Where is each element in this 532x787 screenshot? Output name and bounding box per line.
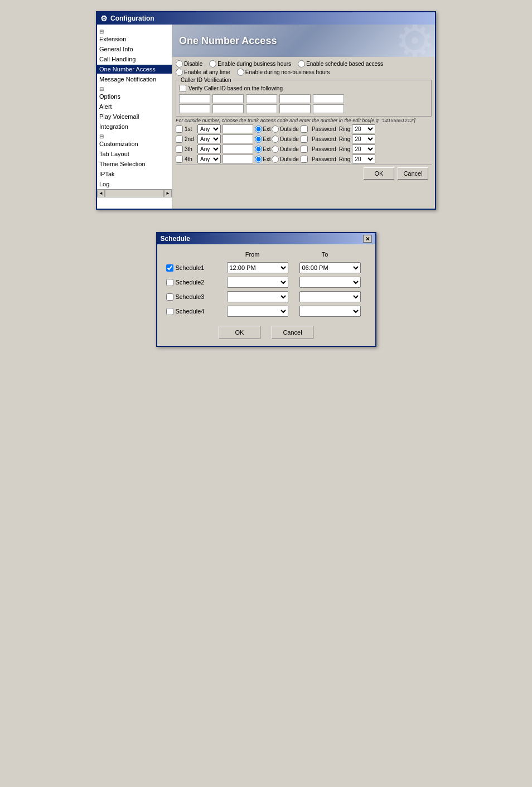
caller-id-field-2[interactable]	[212, 94, 244, 103]
row-1st-password-checkbox[interactable]	[301, 125, 308, 133]
schedule2-to-select[interactable]	[299, 277, 361, 288]
row-1st-select[interactable]: Any	[197, 124, 221, 133]
tree-item-log[interactable]: Log	[97, 179, 172, 189]
tree-item-alert[interactable]: Alert	[97, 102, 172, 112]
row-2nd-number[interactable]	[223, 134, 253, 143]
row-3rd-ring-label: Ring	[339, 146, 351, 152]
row-1st-ring-select[interactable]: 20	[352, 124, 375, 133]
row-4th-ring-select[interactable]: 20	[352, 154, 375, 163]
tree-item-general-info[interactable]: General Info	[97, 44, 172, 54]
row-2nd-label: 2nd	[185, 136, 196, 142]
config-ok-button[interactable]: OK	[364, 167, 394, 180]
caller-id-field-4[interactable]	[279, 94, 311, 103]
tree-item-play-voicemail[interactable]: Play Voicemail	[97, 112, 172, 122]
tree-item-customization[interactable]: ⊟ Customization	[97, 132, 172, 149]
row-3rd-ring-select[interactable]: 20	[352, 144, 375, 153]
row-4th-label: 4th	[185, 156, 196, 162]
row-1st-number[interactable]	[223, 124, 253, 133]
schedule2-checkbox[interactable]	[166, 279, 173, 286]
num-row-2nd: 2nd Any Ext Outside Password Ring 20	[176, 134, 432, 143]
schedule-cancel-button[interactable]: Cancel	[272, 326, 313, 339]
schedule3-from-select[interactable]	[227, 291, 288, 302]
row-3rd-ext-outside: Ext Outside	[255, 146, 299, 153]
schedule-titlebar: Schedule ✕	[157, 233, 375, 244]
tree-item-integration[interactable]: Integration	[97, 122, 172, 132]
radio-enable-non-business[interactable]: Enable during non-business hours	[237, 69, 330, 76]
tree-item-one-number-access[interactable]: One Number Access	[97, 64, 172, 74]
scroll-left[interactable]: ◄	[97, 190, 105, 197]
scroll-right[interactable]: ►	[164, 190, 172, 197]
verify-checkbox[interactable]	[179, 85, 186, 92]
row-4th-ext-label[interactable]: Ext	[255, 156, 270, 163]
tree-item-call-handling[interactable]: Call Handling	[97, 54, 172, 64]
schedule3-to-select[interactable]	[299, 291, 361, 302]
schedule-title: Schedule	[161, 235, 190, 243]
caller-id-field-8[interactable]	[246, 104, 277, 113]
caller-id-field-6[interactable]	[179, 104, 210, 113]
tree-item-options[interactable]: ⊟ Options	[97, 84, 172, 102]
row-2nd-ext-label[interactable]: Ext	[255, 136, 270, 143]
row-4th-outside-label[interactable]: Outside	[272, 156, 298, 163]
caller-id-field-3[interactable]	[246, 94, 277, 103]
caller-id-field-9[interactable]	[279, 104, 311, 113]
radio-disable[interactable]: Disable	[176, 60, 202, 67]
config-window: ⚙ Configuration ⊟ Extension General Info…	[96, 11, 436, 210]
radio-enable-schedule[interactable]: Enable schedule based access	[298, 60, 383, 67]
row-2nd-ring-label: Ring	[339, 136, 351, 142]
row-2nd-select[interactable]: Any	[197, 134, 221, 143]
row-2nd-password-checkbox[interactable]	[301, 136, 308, 143]
tree-item-tab-layout[interactable]: Tab Layout	[97, 149, 172, 159]
schedule3-checkbox[interactable]	[166, 293, 173, 301]
row-2nd-ring-select[interactable]: 20	[352, 134, 375, 143]
row-4th-checkbox[interactable]	[176, 156, 183, 163]
tree-item-message-notification[interactable]: Message Notification	[97, 74, 172, 84]
row-3rd-ext-label[interactable]: Ext	[255, 146, 270, 153]
row-4th-number[interactable]	[223, 154, 253, 163]
row-3rd-password-checkbox[interactable]	[301, 146, 308, 153]
row-1st-outside-label[interactable]: Outside	[272, 125, 298, 133]
num-row-4th: 4th Any Ext Outside Password Ring 20	[176, 154, 432, 163]
schedule-body: From To Schedule1 12:00 PM 06:00 PM Sche…	[157, 244, 375, 346]
schedule-row-3: Schedule3	[166, 291, 366, 302]
tree-item-theme-selection[interactable]: Theme Selection	[97, 159, 172, 169]
schedule2-from-select[interactable]	[227, 277, 288, 288]
schedule4-from-select[interactable]	[227, 306, 288, 317]
schedule1-label: Schedule1	[176, 264, 221, 271]
decorative-gear-icon: ⚙	[395, 25, 435, 57]
row-3rd-number[interactable]	[223, 144, 253, 153]
config-cancel-button[interactable]: Cancel	[398, 167, 428, 180]
row-3rd-outside-label[interactable]: Outside	[272, 146, 298, 153]
tree-item-extension[interactable]: ⊟ Extension	[97, 27, 172, 44]
radio-enable-anytime[interactable]: Enable at any time	[176, 69, 230, 76]
row-4th-select[interactable]: Any	[197, 154, 221, 163]
tree-item-iptak[interactable]: IPTak	[97, 169, 172, 179]
schedule-close-button[interactable]: ✕	[363, 235, 372, 243]
row-2nd-outside-label[interactable]: Outside	[272, 136, 298, 143]
schedule-row-1: Schedule1 12:00 PM 06:00 PM	[166, 262, 366, 273]
row-3rd-label: 3th	[185, 146, 196, 152]
caller-id-field-10[interactable]	[313, 104, 344, 113]
row-3rd-select[interactable]: Any	[197, 144, 221, 153]
row-1st-ext-label[interactable]: Ext	[255, 125, 270, 133]
schedule1-from-select[interactable]: 12:00 PM	[227, 262, 288, 273]
row-2nd-password-label: Password	[312, 136, 336, 142]
row-3rd-password-label: Password	[312, 146, 336, 152]
row-2nd-checkbox[interactable]	[176, 136, 183, 143]
row-4th-password-checkbox[interactable]	[301, 156, 308, 163]
schedule-ok-button[interactable]: OK	[219, 326, 260, 339]
schedule-btn-row: OK Cancel	[166, 326, 366, 339]
schedule4-to-select[interactable]	[299, 306, 361, 317]
caller-id-field-7[interactable]	[212, 104, 244, 113]
caller-id-field-5[interactable]	[313, 94, 344, 103]
caller-id-field-1[interactable]	[179, 94, 210, 103]
schedule4-checkbox[interactable]	[166, 308, 173, 315]
row-1st-ring-label: Ring	[339, 126, 351, 132]
row-1st-checkbox[interactable]	[176, 125, 183, 133]
row-3rd-checkbox[interactable]	[176, 146, 183, 153]
outside-number-note: For outside number, choose the trunk acc…	[176, 118, 432, 123]
schedule4-label: Schedule4	[176, 308, 221, 315]
schedule-row-4: Schedule4	[166, 306, 366, 317]
schedule1-checkbox[interactable]	[166, 264, 173, 272]
radio-enable-business[interactable]: Enable during business hours	[209, 60, 291, 67]
schedule1-to-select[interactable]: 06:00 PM	[299, 262, 361, 273]
